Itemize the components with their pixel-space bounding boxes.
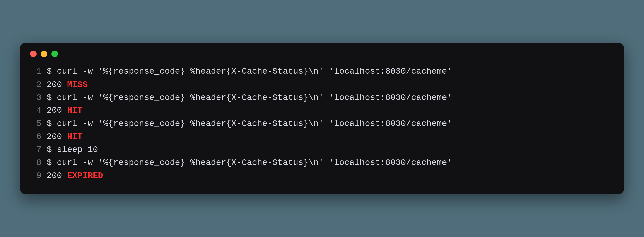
code-line: 8$ curl -w '%{response_code} %header{X-C… — [30, 156, 614, 169]
code-text: $ curl -w '%{response_code} %header{X-Ca… — [47, 119, 452, 128]
line-number: 6 — [30, 130, 42, 143]
code-line: 7$ sleep 10 — [30, 143, 614, 156]
line-number: 7 — [30, 143, 42, 156]
code-text: $ curl -w '%{response_code} %header{X-Ca… — [47, 93, 452, 102]
code-line: 3$ curl -w '%{response_code} %header{X-C… — [30, 91, 614, 104]
code-line: 5$ curl -w '%{response_code} %header{X-C… — [30, 117, 614, 130]
line-content: $ curl -w '%{response_code} %header{X-Ca… — [47, 65, 452, 78]
line-content: 200 EXPIRED — [47, 169, 103, 182]
line-number: 9 — [30, 169, 42, 182]
code-text: 200 — [47, 106, 67, 115]
window-titlebar — [20, 43, 624, 59]
line-number: 5 — [30, 117, 42, 130]
code-line: 2200 MISS — [30, 78, 614, 91]
line-content: $ curl -w '%{response_code} %header{X-Ca… — [47, 91, 452, 104]
line-content: $ sleep 10 — [47, 143, 98, 156]
code-line: 1$ curl -w '%{response_code} %header{X-C… — [30, 65, 614, 78]
minimize-icon[interactable] — [41, 51, 47, 57]
close-icon[interactable] — [30, 51, 37, 57]
page-background: 1$ curl -w '%{response_code} %header{X-C… — [0, 0, 644, 237]
line-content: $ curl -w '%{response_code} %header{X-Ca… — [47, 156, 452, 169]
code-line: 9200 EXPIRED — [30, 169, 614, 182]
cache-status: HIT — [67, 106, 83, 115]
code-line: 4200 HIT — [30, 104, 614, 117]
cache-status: HIT — [67, 132, 83, 141]
line-content: 200 HIT — [47, 104, 83, 117]
code-text: 200 — [47, 132, 67, 141]
cache-status: MISS — [67, 80, 88, 89]
code-line: 6200 HIT — [30, 130, 614, 143]
zoom-icon[interactable] — [51, 51, 58, 57]
line-number: 3 — [30, 91, 42, 104]
code-text: 200 — [47, 80, 67, 89]
line-number: 1 — [30, 65, 42, 78]
line-content: 200 MISS — [47, 78, 88, 91]
line-content: $ curl -w '%{response_code} %header{X-Ca… — [47, 117, 452, 130]
line-number: 4 — [30, 104, 42, 117]
code-text: $ curl -w '%{response_code} %header{X-Ca… — [47, 67, 452, 76]
line-number: 8 — [30, 156, 42, 169]
line-number: 2 — [30, 78, 42, 91]
terminal-output: 1$ curl -w '%{response_code} %header{X-C… — [20, 59, 624, 182]
code-text: 200 — [47, 171, 67, 180]
code-text: $ sleep 10 — [47, 145, 98, 154]
cache-status: EXPIRED — [67, 171, 103, 180]
terminal-window: 1$ curl -w '%{response_code} %header{X-C… — [20, 43, 624, 194]
code-text: $ curl -w '%{response_code} %header{X-Ca… — [47, 158, 452, 167]
line-content: 200 HIT — [47, 130, 83, 143]
